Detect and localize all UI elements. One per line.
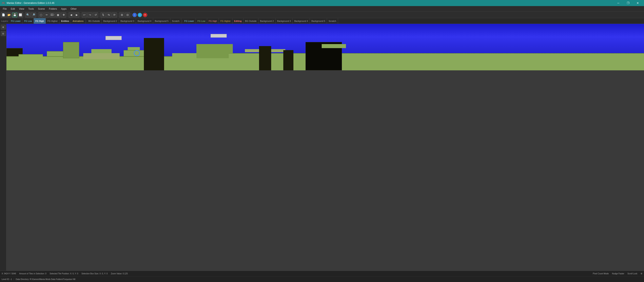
level-view	[6, 24, 644, 70]
minimize-button[interactable]: ─	[614, 0, 623, 6]
arrow-left-button[interactable]: ◀	[68, 12, 74, 18]
layer-tab-g3-fg-low[interactable]: FG Low	[196, 18, 207, 24]
level-id: Level ID: -1	[2, 278, 12, 280]
layer-tab-bg4[interactable]: Background 4	[136, 18, 153, 24]
bottom-bar: Level ID: -1 | Data Directory: R:\Games\…	[0, 276, 644, 282]
menu-scene[interactable]: Scene	[36, 7, 47, 11]
menu-file[interactable]: File	[1, 7, 9, 11]
scroll-lock[interactable]: Scroll Lock	[628, 272, 637, 275]
panel-btn-1[interactable]: ⊕	[1, 25, 6, 30]
layer-tab-g3-bg5[interactable]: Background 5	[310, 18, 327, 24]
tiles-selection: Amount of Tiles in Selection: 0	[19, 272, 46, 275]
layer-tab-g3-bg3[interactable]: Background 3	[276, 18, 293, 24]
grid-button[interactable]: ⊞	[119, 12, 124, 18]
layer-tab-bg5[interactable]: Background 5	[153, 18, 170, 24]
layers-bar: Layers: FG Lower FG Low FG High FG Highe…	[0, 18, 644, 24]
redo-button[interactable]: ↪	[87, 12, 92, 18]
layer-sep1: |	[86, 20, 87, 22]
title-bar: 🎮 Maniac Editor - Generations Edition 1.…	[0, 0, 644, 6]
status-bar: X: 9424 Y: 5048 Amount of Tiles in Selec…	[0, 271, 644, 276]
sep6	[118, 13, 118, 17]
layer-tab-g3-bg-outside[interactable]: BG Outside	[244, 18, 258, 24]
undo-button[interactable]: ↩	[82, 12, 87, 18]
zoom-fit-button[interactable]: ⬜	[18, 12, 23, 18]
app-title: Maniac Editor - Generations Edition 1.0.…	[7, 2, 54, 4]
layers-label: Layers:	[1, 20, 8, 22]
open-button[interactable]: 📂	[6, 12, 12, 18]
app-icon: 🎮	[2, 2, 5, 5]
menu-edit[interactable]: Edit	[9, 7, 17, 11]
layer-tab-g3-bg2[interactable]: Background 2	[258, 18, 276, 24]
deco-1	[322, 44, 346, 48]
rotate-button[interactable]: ⟳	[112, 12, 117, 18]
info-button[interactable]: i	[132, 13, 137, 17]
title-bar-left: 🎮 Maniac Editor - Generations Edition 1.…	[2, 2, 54, 5]
layer-tab-animations[interactable]: Animations	[71, 18, 85, 24]
flip-h-button[interactable]: ⇆	[106, 12, 111, 18]
layer-tab-bg3[interactable]: Background 3	[119, 18, 136, 24]
layer-tab-bg2[interactable]: Background 2	[102, 18, 119, 24]
arrow-right-button[interactable]: ▶	[74, 12, 80, 18]
layer-tab-fg-lower[interactable]: FG Lower	[9, 18, 22, 24]
menu-tools[interactable]: Tools	[26, 7, 36, 11]
panel-btn-2[interactable]: ⊟	[1, 31, 6, 36]
erase-tool[interactable]: ⌦	[50, 12, 55, 18]
menu-other[interactable]: Other	[68, 7, 78, 11]
sep3	[67, 13, 68, 17]
terrain-far-right	[350, 58, 644, 70]
grid2-button[interactable]: ⊟	[125, 12, 130, 18]
scaffold-1	[106, 36, 122, 40]
menu-view[interactable]: View	[17, 7, 26, 11]
empty-area[interactable]	[6, 70, 644, 271]
sep5	[99, 13, 100, 17]
restore-button[interactable]: ❐	[624, 0, 633, 6]
platform-1	[18, 54, 43, 58]
layer-tab-entities[interactable]: Entities	[60, 18, 71, 24]
layer-tab-bg-outside[interactable]: BG Outside	[87, 18, 102, 24]
toolbar: 📄 📂 💾 ⬜ 🔍 🔎 ▢ ✏ ⌦ ▣ ✥ ◀ ▶ ↩ ↪ ↺ ⇅ ⇆ ⟳ ⊞ …	[0, 12, 644, 18]
layer-sep2: |	[181, 20, 183, 22]
loop-circle	[134, 50, 140, 56]
menu-folders[interactable]: Folders	[47, 7, 59, 11]
title-bar-controls[interactable]: ─ ❐ ✕	[614, 0, 642, 6]
layer-tab-g3-fg-high[interactable]: FG High	[207, 18, 219, 24]
draw-tool[interactable]: ✏	[44, 12, 49, 18]
zoom-in-button[interactable]: 🔍	[25, 12, 30, 18]
platform-5	[128, 47, 140, 50]
canvas-area[interactable]	[6, 24, 644, 271]
fill-tool[interactable]: ▣	[55, 12, 60, 18]
layer-tab-fg-higher[interactable]: FG Higher	[46, 18, 60, 24]
layer-tab-g3-scratch[interactable]: Scratch	[327, 18, 338, 24]
layer-tab-fg-high[interactable]: FG High	[34, 18, 46, 24]
coords-display: X: 9424 Y: 5048	[2, 272, 16, 275]
gear-icon[interactable]: ⚙	[640, 272, 642, 275]
platform-3	[83, 53, 120, 59]
menu-apps[interactable]: Apps	[59, 7, 68, 11]
layer-tab-g3-bg4[interactable]: Background 4	[292, 18, 310, 24]
layer-tab-g3-fg-higher[interactable]: FG Higher	[219, 18, 232, 24]
layer-tab-g3-editing[interactable]: Editing	[232, 18, 244, 24]
layer-tab-fg-low[interactable]: FG Low	[22, 18, 34, 24]
pixel-count-mode[interactable]: Pixel Count Mode	[593, 272, 609, 275]
selected-tile: Selected Tile Position: X: 0, Y: 0	[50, 272, 78, 275]
status-right: Pixel Count Mode Nudge Faster Scroll Loc…	[593, 272, 642, 275]
flip-v-button[interactable]: ⇅	[100, 12, 106, 18]
left-panel: ⊕ ⊟	[0, 24, 6, 271]
zoom-value: Zoom Value: 0.125	[111, 272, 128, 275]
select-tool[interactable]: ▢	[38, 12, 44, 18]
scaffold-2	[210, 34, 227, 38]
zoom-out-button[interactable]: 🔎	[31, 12, 36, 18]
platform-4	[91, 49, 112, 53]
save-button[interactable]: 💾	[12, 12, 18, 18]
data-directory: Data Directory: R:\Games\Mania Mods Data…	[16, 278, 75, 280]
new-button[interactable]: 📄	[1, 12, 6, 18]
info2-button[interactable]: i	[138, 13, 142, 17]
stop-button[interactable]: ✕	[143, 13, 147, 17]
refresh-button[interactable]: ↺	[93, 12, 98, 18]
layer-tab-scratch[interactable]: Scratch	[170, 18, 181, 24]
dark-right-2	[283, 50, 294, 70]
close-button[interactable]: ✕	[633, 0, 642, 6]
layer-tab-g3-fg-lower[interactable]: FG Lower	[183, 18, 196, 24]
move-tool[interactable]: ✥	[61, 12, 66, 18]
nudge-faster[interactable]: Nudge Faster	[612, 272, 624, 275]
